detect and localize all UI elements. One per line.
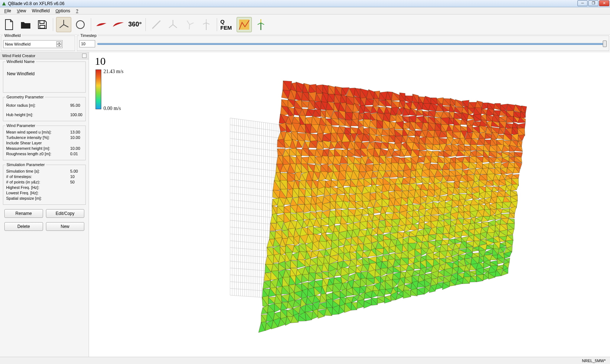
panel-title: Wind Field Creator [2, 54, 82, 58]
meas-height-label: Measurement height [m]: [6, 146, 70, 151]
legend-max-label: 21.43 m/s [103, 69, 123, 75]
rotor-radius-label: Rotor radius [m]: [6, 103, 70, 107]
timesteps-label: # of timesteps: [6, 174, 70, 179]
menu-options[interactable]: Options [52, 8, 73, 14]
windfield-surface-icon [252, 78, 534, 339]
timestep-group-label: Timestep [79, 33, 98, 38]
turbulence-label: Turbulence intensity [%]: [6, 135, 70, 140]
wind-section: Wind Parameter Mean wind speed u [m/s]:1… [3, 126, 86, 160]
menu-windfield[interactable]: Windfield [29, 8, 52, 14]
svg-marker-0 [2, 2, 6, 5]
windfield-selected-value: New Windfield [5, 42, 30, 46]
svg-line-9 [173, 25, 177, 28]
menu-help[interactable]: ? [73, 8, 81, 14]
color-legend-bar [96, 69, 101, 109]
panel-undock-icon[interactable] [82, 54, 86, 58]
toolbar: 360° Q FEM [0, 14, 610, 35]
delete-button[interactable]: Delete [4, 222, 43, 231]
hfreq-value [70, 185, 82, 190]
menu-view[interactable]: View [14, 8, 29, 14]
svg-line-11 [187, 21, 190, 25]
lfreq-value [70, 191, 82, 195]
spatial-value [70, 196, 82, 200]
svg-line-7 [152, 21, 160, 29]
rotor-radius-value: 95.00 [70, 103, 82, 107]
shear-label: Include Shear Layer [6, 141, 70, 145]
spatial-label: Spatial stepsize [m]: [6, 196, 70, 200]
project-name: NREL_5MW* [582, 359, 606, 363]
svg-rect-18 [239, 20, 249, 30]
roughness-value: 0.01 [70, 152, 82, 156]
editcopy-button[interactable]: Edit/Copy [46, 209, 85, 218]
rename-button[interactable]: Rename [4, 209, 43, 218]
titlebar: QBlade v0.8 on XFLR5 v6.06 ─ ❐ ✕ [0, 0, 610, 7]
windfield-name-value: New Windfield [6, 65, 82, 79]
mean-wind-value: 13.00 [70, 130, 82, 134]
menu-file[interactable]: File [1, 8, 14, 14]
save-button[interactable] [35, 17, 50, 32]
svg-line-10 [169, 25, 173, 28]
panel-header: Wind Field Creator [0, 52, 89, 59]
sidebar: Wind Field Creator Windfield Name New Wi… [0, 52, 89, 357]
windfield-name-label: Windfield Name [5, 59, 36, 64]
slider-handle[interactable] [603, 41, 607, 47]
windfield-select[interactable]: New Windfield ▴▾ [3, 40, 63, 48]
meas-height-value: 10.00 [70, 146, 82, 151]
svg-line-12 [190, 23, 194, 25]
app-icon [1, 1, 7, 6]
geometry-section-label: Geometry Parameter [5, 95, 45, 99]
windfield-view-button[interactable] [237, 17, 252, 32]
geometry-section: Geometry Parameter Rotor radius [m]:95.0… [3, 97, 86, 121]
blade1-button[interactable] [149, 17, 164, 32]
sim-section-label: Simulation Parameter [5, 162, 46, 167]
legend-min-label: 0.00 m/s [103, 106, 121, 111]
sim-section: Simulation Parameter Simulation time [s]… [3, 165, 86, 205]
viewport-3d[interactable]: 10 21.43 m/s 0.00 m/s [89, 52, 610, 357]
menubar: File View Windfield Options ? [0, 7, 610, 14]
turbulence-value: 10.00 [70, 135, 82, 140]
svg-point-6 [76, 21, 84, 29]
minimize-button[interactable]: ─ [577, 0, 588, 6]
axes-button[interactable] [56, 17, 71, 32]
maximize-button[interactable]: ❐ [588, 0, 598, 6]
circle-button[interactable] [73, 17, 88, 32]
statusbar: NREL_5MW* [0, 357, 610, 364]
rotor-button[interactable] [182, 17, 197, 32]
airfoil1-button[interactable] [94, 17, 109, 32]
current-step-display: 10 [95, 55, 106, 67]
points-value: 50 [70, 180, 82, 184]
shear-value [70, 141, 82, 145]
new-button[interactable]: New [46, 222, 85, 231]
airfoil2-button[interactable] [111, 17, 126, 32]
sim-time-label: Simulation time [s]: [6, 169, 70, 173]
window-title: QBlade v0.8 on XFLR5 v6.06 [8, 1, 577, 6]
mean-wind-label: Mean wind speed u [m/s]: [6, 130, 70, 134]
timestep-input[interactable] [79, 40, 95, 47]
new-doc-button[interactable] [1, 17, 17, 32]
qfem-button[interactable]: Q FEM [220, 17, 235, 32]
windfield-mesh [226, 78, 538, 339]
svg-line-5 [60, 25, 64, 28]
svg-line-20 [261, 23, 264, 25]
wind-section-label: Wind Parameter [5, 123, 36, 128]
open-button[interactable] [18, 17, 33, 32]
svg-rect-2 [40, 25, 45, 28]
timestep-slider[interactable] [97, 40, 607, 47]
turbine-button[interactable] [199, 17, 214, 32]
hfreq-label: Highest Freq. [Hz]: [6, 185, 70, 190]
svg-line-4 [64, 25, 68, 27]
windfield-name-section: Windfield Name New Windfield [3, 62, 86, 93]
hub-height-label: Hub height [m]: [6, 113, 70, 117]
points-label: # of points (in y&z): [6, 180, 70, 184]
blade2-button[interactable] [165, 17, 181, 32]
roughness-label: Roughness length z0 [m]: [6, 152, 70, 156]
spin-buttons[interactable]: ▴▾ [56, 41, 62, 47]
angle-button[interactable]: 360° [127, 17, 143, 32]
turbine-color-button[interactable] [253, 17, 268, 32]
windfield-group-label: Windfield [3, 33, 22, 38]
svg-line-21 [258, 23, 261, 25]
timesteps-value: 10 [70, 174, 82, 179]
close-button[interactable]: ✕ [599, 0, 609, 6]
svg-line-15 [206, 23, 209, 24]
lfreq-label: Lowest Freq. [Hz]: [6, 191, 70, 195]
